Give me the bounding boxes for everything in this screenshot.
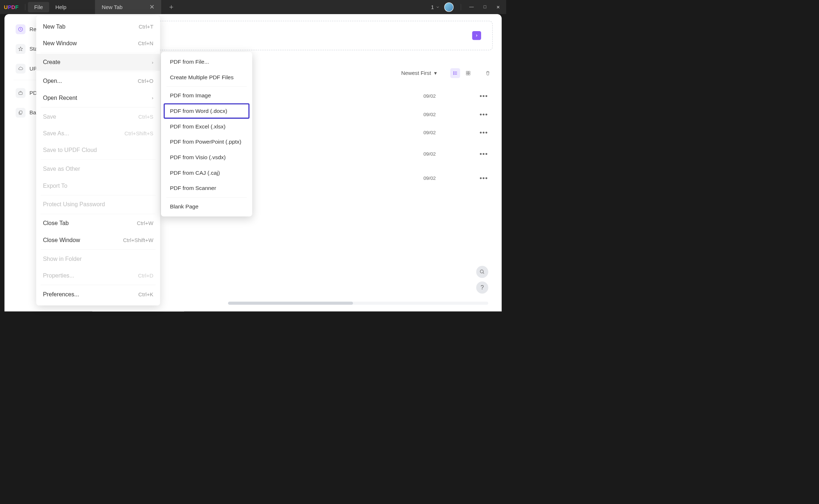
menu-close-window[interactable]: Close Window Ctrl+Shift+W — [36, 232, 160, 248]
menu-file[interactable]: File — [28, 2, 49, 12]
dropdown-icon: ▾ — [434, 70, 437, 76]
menu-save-cloud: Save to UPDF Cloud — [36, 142, 160, 158]
menu-open-recent[interactable]: Open Recent › — [36, 89, 160, 106]
menu-label: Export To — [43, 182, 68, 189]
menu-properties: Properties... Ctrl+D — [36, 267, 160, 284]
tab-label: New Tab — [102, 4, 122, 10]
svg-point-13 — [480, 270, 483, 273]
view-toggle — [450, 68, 473, 78]
svg-rect-12 — [468, 73, 470, 75]
chevron-down-icon — [436, 5, 440, 9]
menu-shortcut: Ctrl+K — [138, 291, 153, 297]
menu-label: Close Window — [43, 237, 80, 243]
menu-label: Open Recent — [43, 94, 77, 101]
tab-new[interactable]: New Tab ✕ — [95, 0, 161, 14]
divider — [461, 4, 461, 10]
minimize-button[interactable]: — — [468, 4, 475, 10]
add-tab-button[interactable]: ＋ — [168, 3, 175, 12]
menu-shortcut: Ctrl+D — [138, 272, 153, 279]
separator — [41, 249, 156, 250]
more-button[interactable]: ••• — [477, 129, 491, 137]
menu-export-to: Export To — [36, 177, 160, 194]
menu-shortcut: Ctrl+T — [139, 24, 153, 30]
svg-rect-7 — [453, 74, 454, 75]
more-button[interactable]: ••• — [477, 111, 491, 118]
menu-shortcut: Ctrl+W — [137, 220, 153, 226]
separator — [41, 195, 156, 195]
more-button[interactable]: ••• — [477, 92, 491, 100]
file-menu: New Tab Ctrl+T New Window Ctrl+N Create … — [36, 16, 160, 305]
star-icon — [16, 44, 25, 54]
submenu-multiple[interactable]: Create Multiple PDF Files — [164, 69, 249, 85]
submenu-from-image[interactable]: PDF from Image — [164, 88, 249, 103]
trial-count: 1 — [431, 4, 434, 10]
menu-label: Properties... — [43, 272, 75, 279]
submenu-from-ppt[interactable]: PDF from PowerPoint (.pptx) — [164, 134, 249, 150]
menu-protect: Protect Using Password — [36, 196, 160, 213]
more-button[interactable]: ••• — [477, 150, 491, 158]
close-icon[interactable]: ✕ — [149, 3, 154, 10]
svg-rect-3 — [453, 72, 454, 72]
menu-shortcut: Ctrl+Shift+W — [123, 237, 153, 243]
chevron-right-icon — [475, 34, 479, 37]
clock-icon — [16, 24, 25, 34]
trial-badge[interactable]: 1 — [431, 4, 440, 10]
submenu-from-file[interactable]: PDF from File... — [164, 54, 249, 70]
separator — [41, 107, 156, 107]
search-button[interactable] — [476, 266, 488, 278]
menu-label: Protect Using Password — [43, 201, 105, 208]
expand-button[interactable] — [472, 31, 481, 40]
list-view-button[interactable] — [450, 68, 460, 78]
help-button[interactable]: ? — [476, 281, 488, 293]
menu-label: Close Tab — [43, 220, 69, 226]
separator — [166, 86, 247, 87]
menu-label: Save to UPDF Cloud — [43, 147, 97, 153]
list-icon — [453, 71, 458, 76]
cloud-icon — [16, 64, 25, 73]
menu-label: Save — [43, 113, 56, 120]
submenu-blank[interactable]: Blank Page — [164, 199, 249, 214]
menu-new-window[interactable]: New Window Ctrl+N — [36, 35, 160, 52]
menu-help[interactable]: Help — [49, 2, 73, 12]
separator — [41, 72, 156, 72]
submenu-from-caj[interactable]: PDF from CAJ (.caj) — [164, 165, 249, 181]
menubar: File Help — [28, 2, 73, 12]
maximize-button[interactable]: □ — [481, 4, 488, 10]
sort-dropdown[interactable]: Newest First ▾ — [401, 70, 437, 76]
separator — [41, 285, 156, 285]
chevron-right-icon: › — [152, 59, 153, 65]
menu-shortcut: Ctrl+N — [138, 41, 153, 47]
submenu-from-visio[interactable]: PDF from Visio (.vsdx) — [164, 149, 249, 165]
stack-icon — [16, 108, 25, 118]
close-button[interactable]: ✕ — [495, 4, 502, 10]
svg-rect-5 — [453, 73, 454, 73]
menu-new-tab[interactable]: New Tab Ctrl+T — [36, 18, 160, 35]
menu-shortcut: Ctrl+O — [138, 78, 153, 84]
svg-rect-1 — [19, 92, 22, 95]
svg-rect-11 — [466, 73, 468, 75]
search-icon — [480, 269, 485, 275]
grid-icon — [466, 71, 471, 76]
menu-label: Create — [43, 59, 60, 66]
menu-create[interactable]: Create › — [36, 54, 160, 71]
scrollbar-thumb[interactable] — [228, 302, 353, 305]
divider — [25, 4, 25, 10]
app-logo: UPDF — [0, 0, 22, 14]
menu-shortcut: Ctrl+Shift+S — [124, 130, 153, 136]
titlebar: UPDF File Help New Tab ✕ ＋ 1 — □ ✕ — [0, 0, 506, 14]
menu-close-tab[interactable]: Close Tab Ctrl+W — [36, 215, 160, 232]
submenu-from-word[interactable]: PDF from Word (.docx) — [164, 103, 249, 119]
more-button[interactable]: ••• — [477, 174, 491, 182]
file-date: 09/02 — [423, 130, 468, 136]
scrollbar[interactable] — [228, 302, 488, 305]
trash-button[interactable] — [483, 68, 493, 78]
menu-preferences[interactable]: Preferences... Ctrl+K — [36, 286, 160, 302]
menu-save-as: Save As... Ctrl+Shift+S — [36, 125, 160, 141]
grid-view-button[interactable] — [463, 68, 473, 78]
svg-rect-4 — [455, 72, 457, 72]
menu-open[interactable]: Open... Ctrl+O — [36, 73, 160, 89]
submenu-from-scanner[interactable]: PDF from Scanner — [164, 181, 249, 196]
svg-rect-10 — [468, 71, 470, 73]
avatar[interactable] — [444, 2, 454, 12]
submenu-from-excel[interactable]: PDF from Excel (.xlsx) — [164, 119, 249, 134]
